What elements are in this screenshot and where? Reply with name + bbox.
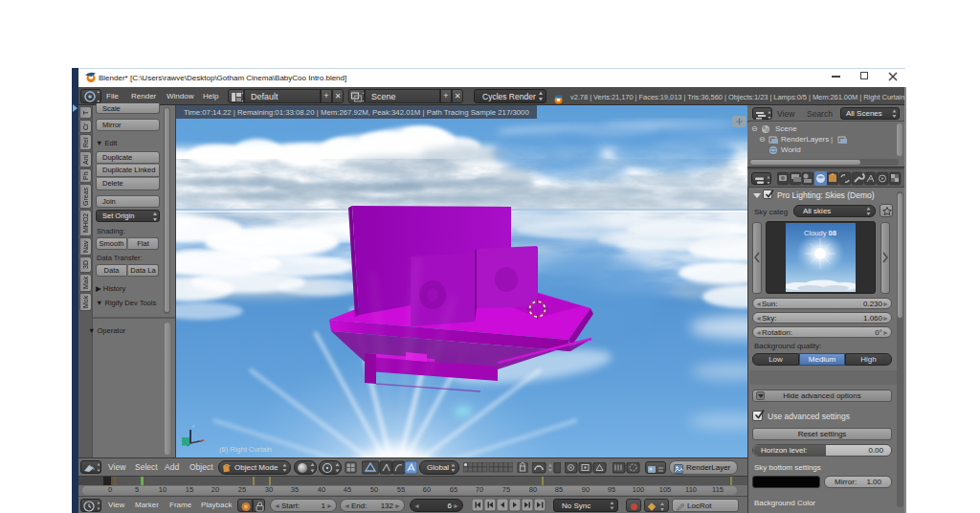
svg-text:(6) Right Curtain: (6) Right Curtain bbox=[219, 445, 272, 454]
svg-text:x: x bbox=[205, 437, 208, 443]
svg-text:Cloudy 08: Cloudy 08 bbox=[804, 229, 836, 237]
svg-text:Time:07:14.22 | Remaining:01:3: Time:07:14.22 | Remaining:01:33:08.20 | … bbox=[184, 108, 529, 117]
svg-text:z: z bbox=[192, 423, 195, 429]
